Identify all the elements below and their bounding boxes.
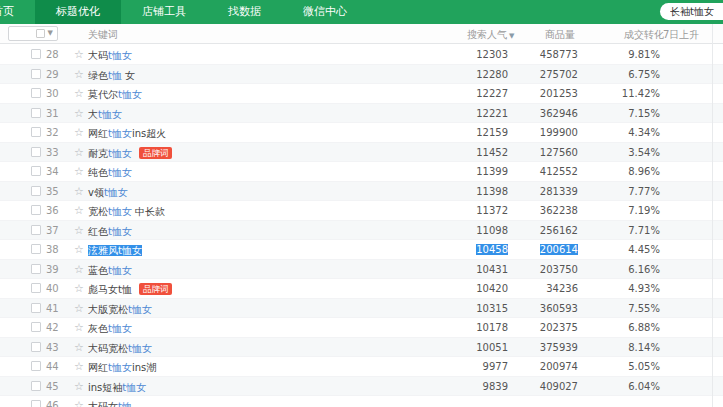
row-checkbox[interactable] [31, 322, 41, 332]
row-checkbox[interactable] [31, 186, 41, 196]
conversion-value: 11.42% [596, 88, 660, 99]
row-checkbox[interactable] [31, 225, 41, 235]
star-icon[interactable]: ☆ [74, 165, 84, 178]
keyword-link[interactable]: t恤女 [104, 187, 128, 198]
keyword-text: 宽松 [88, 206, 108, 217]
keyword-suffix: ins超火 [132, 128, 166, 139]
row-checkbox[interactable] [31, 244, 41, 254]
keyword-link[interactable]: t恤女 [108, 167, 132, 178]
star-icon[interactable]: ☆ [74, 399, 84, 407]
row-checkbox[interactable] [31, 283, 41, 293]
table-row: 34☆纯色t恤女113994125528.96% [0, 162, 723, 182]
keyword-cell: 网红t恤女ins潮 [88, 361, 156, 375]
keyword-link[interactable]: t恤女 [108, 206, 132, 217]
product-quantity-number: 412552 [540, 166, 578, 177]
star-icon[interactable]: ☆ [74, 380, 84, 393]
keyword-cell: 红色t恤女 [88, 225, 132, 239]
star-icon[interactable]: ☆ [74, 126, 84, 139]
row-checkbox[interactable] [31, 381, 41, 391]
product-quantity-number: 362238 [540, 205, 578, 216]
keyword-cell: 泫雅风t恤女 [88, 244, 142, 258]
star-icon[interactable]: ☆ [74, 87, 84, 100]
keyword-link[interactable]: t恤女 [108, 50, 132, 61]
search-popularity-label: 搜索人气 [467, 29, 507, 40]
product-quantity-number: 127560 [540, 147, 578, 158]
select-all-dropdown[interactable]: ▼ [8, 26, 58, 41]
row-checkbox[interactable] [31, 400, 41, 407]
table-row: 46☆大码女t恤 [0, 396, 723, 407]
column-header-search-popularity[interactable]: 搜索人气▼ [467, 28, 514, 42]
conversion-value: 6.04% [596, 381, 660, 392]
keyword-search-input[interactable] [660, 3, 723, 20]
keyword-link[interactable]: t恤女 [108, 362, 132, 373]
nav-item-home[interactable]: 首页 [0, 0, 35, 24]
row-checkbox[interactable] [31, 342, 41, 352]
keyword-link[interactable]: t恤女 [118, 89, 142, 100]
keyword-link[interactable]: t恤女 [122, 382, 146, 393]
table-row: 32☆网红t恤女ins超火121591999004.34% [0, 123, 723, 143]
keyword-link[interactable]: t恤女 [108, 323, 132, 334]
nav-item-shop-tools[interactable]: 店铺工具 [121, 0, 207, 24]
star-icon[interactable]: ☆ [74, 282, 84, 295]
search-popularity-value: 11398 [440, 186, 508, 197]
star-icon[interactable]: ☆ [74, 185, 84, 198]
search-popularity-number: 12303 [476, 49, 508, 60]
star-icon[interactable]: ☆ [74, 107, 84, 120]
star-icon[interactable]: ☆ [74, 204, 84, 217]
search-popularity-value: 10431 [440, 264, 508, 275]
row-number: 42 [46, 322, 68, 333]
row-checkbox[interactable] [31, 88, 41, 98]
star-icon[interactable]: ☆ [74, 68, 84, 81]
row-checkbox[interactable] [31, 166, 41, 176]
product-quantity-value: 409027 [512, 381, 578, 392]
row-checkbox[interactable] [31, 127, 41, 137]
product-quantity-number: 275702 [540, 69, 578, 80]
keyword-link[interactable]: t恤 [118, 401, 132, 407]
search-popularity-number: 9977 [483, 361, 508, 372]
row-number: 29 [46, 69, 68, 80]
star-icon[interactable]: ☆ [74, 360, 84, 373]
sort-desc-icon[interactable]: ▼ [509, 32, 514, 40]
keyword-text: 灰色 [88, 323, 108, 334]
keyword-link[interactable]: t恤 [108, 70, 122, 81]
keyword-link[interactable]: t恤女 [128, 304, 152, 315]
row-checkbox[interactable] [31, 205, 41, 215]
star-icon[interactable]: ☆ [74, 146, 84, 159]
star-icon[interactable]: ☆ [74, 48, 84, 61]
keyword-text: 蓝色 [88, 265, 108, 276]
keyword-link[interactable]: t恤女 [108, 148, 132, 159]
product-quantity-value: 201253 [512, 88, 578, 99]
search-popularity-number: 10420 [476, 283, 508, 294]
row-checkbox[interactable] [31, 264, 41, 274]
star-icon[interactable]: ☆ [74, 243, 84, 256]
table-row: 38☆泫雅风t恤女104582006144.45% [0, 240, 723, 260]
keyword-cell: v领t恤女 [88, 186, 128, 200]
star-icon[interactable]: ☆ [74, 302, 84, 315]
keyword-cell: 莫代尔t恤女 [88, 88, 142, 102]
row-checkbox[interactable] [31, 69, 41, 79]
row-number: 31 [46, 108, 68, 119]
keyword-link[interactable]: t恤女 [98, 109, 122, 120]
row-checkbox[interactable] [31, 361, 41, 371]
row-checkbox[interactable] [31, 303, 41, 313]
keyword-link[interactable]: t恤女 [108, 128, 132, 139]
product-quantity-number: 200614 [540, 244, 578, 255]
star-icon[interactable]: ☆ [74, 341, 84, 354]
nav-item-find-data[interactable]: 找数据 [207, 0, 282, 24]
search-popularity-number: 11098 [476, 225, 508, 236]
select-all-checkbox[interactable] [36, 29, 45, 38]
keyword-link[interactable]: t恤女 [128, 343, 152, 354]
keyword-link[interactable]: t恤女 [108, 226, 132, 237]
search-popularity-value: 12280 [440, 69, 508, 80]
keyword-link[interactable]: t恤女 [108, 265, 132, 276]
row-checkbox[interactable] [31, 108, 41, 118]
search-popularity-value: 12159 [440, 127, 508, 138]
row-checkbox[interactable] [31, 147, 41, 157]
star-icon[interactable]: ☆ [74, 321, 84, 334]
row-checkbox[interactable] [31, 49, 41, 59]
keyword-link[interactable]: 泫雅风t恤女 [88, 245, 142, 256]
nav-item-wechat-center[interactable]: 微信中心 [282, 0, 368, 24]
star-icon[interactable]: ☆ [74, 263, 84, 276]
nav-item-title-optimization[interactable]: 标题优化 [35, 0, 121, 24]
star-icon[interactable]: ☆ [74, 224, 84, 237]
